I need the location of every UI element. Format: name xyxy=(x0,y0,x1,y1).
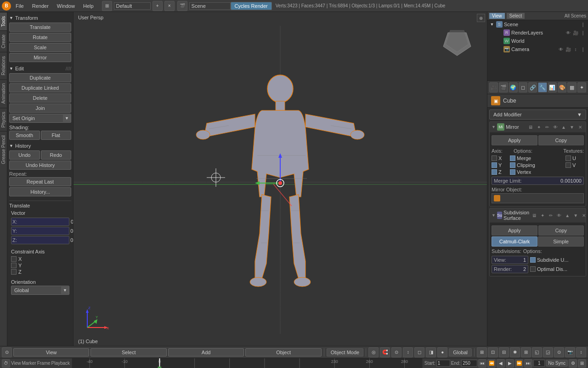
subdiv-down-icon[interactable]: ▼ xyxy=(572,212,579,219)
undo-history-btn[interactable]: Undo History xyxy=(9,161,71,170)
constraint-y-checkbox[interactable] xyxy=(11,263,17,268)
subdiv-apply-btn[interactable]: Apply xyxy=(492,225,537,236)
timeline-settings-btn[interactable]: ⚙ xyxy=(569,359,577,368)
subdiv-visible-icon[interactable]: 👁 xyxy=(555,212,563,219)
proportional-icon[interactable]: ⊙ xyxy=(391,347,401,357)
prop-world-icon[interactable]: 🌍 xyxy=(509,82,518,92)
duplicate-btn[interactable]: Duplicate xyxy=(9,73,71,82)
end-input[interactable] xyxy=(461,360,477,367)
prop-modifier-icon[interactable]: 🔧 xyxy=(538,82,547,92)
menu-file[interactable]: File xyxy=(12,2,28,10)
rotate-btn[interactable]: Rotate xyxy=(9,33,71,42)
vi2[interactable]: ⊡ xyxy=(488,347,498,357)
workspace-input[interactable] xyxy=(114,2,151,10)
axis-z-checkbox[interactable] xyxy=(492,169,497,175)
subdiv-render-icon[interactable]: 🖥 xyxy=(531,212,538,219)
constraint-z-checkbox[interactable] xyxy=(11,269,17,275)
prop-constraints-icon[interactable]: 🔗 xyxy=(528,82,537,92)
set-origin-dropdown[interactable]: ▼ xyxy=(63,115,71,122)
outliner-camera-item[interactable]: 📷 Camera 👁 🎥 ↕ | xyxy=(487,45,588,53)
render-engine-btn[interactable]: Cycles Render xyxy=(231,2,272,10)
mirror-header[interactable]: ▼ Mi Mirror 🖥 ✦ ✏ 👁 ▲ ▼ ✕ xyxy=(490,122,586,132)
catmull-clark-tab[interactable]: Catmull-Clark xyxy=(492,236,537,247)
mirror-visible-icon[interactable]: 👁 xyxy=(552,123,559,131)
history-btn[interactable]: History... xyxy=(9,187,71,196)
scene-restrict-icon[interactable]: | xyxy=(580,21,586,28)
rl-visible-icon[interactable]: 👁 xyxy=(565,29,571,36)
mirror-up-icon[interactable]: ▲ xyxy=(560,123,567,131)
cam-visible-icon[interactable]: 👁 xyxy=(558,46,564,52)
blender-logo[interactable]: B xyxy=(2,1,11,11)
vi1[interactable]: ⊞ xyxy=(477,347,487,357)
timeline-marker-btn[interactable]: Marker xyxy=(22,361,36,366)
translate-btn[interactable]: Translate xyxy=(9,23,71,32)
viewport[interactable]: User Persp ⊕ xyxy=(74,12,487,346)
redo-btn[interactable]: Redo xyxy=(41,150,72,160)
undo-btn[interactable]: Undo xyxy=(9,150,40,160)
viewport-shading-2[interactable]: ◨ xyxy=(426,347,436,357)
snap-icon[interactable]: 🧲 xyxy=(380,347,390,357)
mirror-copy-btn[interactable]: Copy xyxy=(538,135,584,145)
last-frame-btn[interactable]: ⏭ xyxy=(524,359,532,368)
vi7[interactable]: ◲ xyxy=(543,347,553,357)
play-btn[interactable]: ▶ xyxy=(506,359,514,368)
current-frame-input[interactable] xyxy=(533,360,545,367)
view-menu-btn[interactable]: View xyxy=(13,348,89,356)
menu-window[interactable]: Window xyxy=(53,2,79,10)
tex-v-checkbox[interactable] xyxy=(565,162,571,168)
menu-render[interactable]: Render xyxy=(28,2,52,10)
rl-restrict-icon[interactable]: | xyxy=(580,29,586,36)
vertex-checkbox[interactable] xyxy=(510,169,515,175)
edit-section-header[interactable]: ▼ Edit //// xyxy=(9,64,71,73)
vector-x-input[interactable] xyxy=(18,218,73,225)
viewport-shading-1[interactable]: ◻ xyxy=(414,347,424,357)
axis-x-checkbox[interactable] xyxy=(492,155,497,161)
timeline-icon[interactable]: ⏱ xyxy=(2,359,10,368)
prop-data-icon[interactable]: 📊 xyxy=(548,82,557,92)
subdiv-copy-btn[interactable]: Copy xyxy=(538,225,584,236)
smooth-btn[interactable]: Smooth xyxy=(9,131,40,140)
outliner-select-btn[interactable]: Select xyxy=(507,13,525,19)
timeline-extra-btn[interactable]: ⊞ xyxy=(578,359,586,368)
tab-physics[interactable]: Physics xyxy=(0,108,7,131)
orientation-dropdown-btn[interactable]: Global ▼ xyxy=(11,286,69,295)
menu-help[interactable]: Help xyxy=(79,2,97,10)
prop-particles-icon[interactable]: ✦ xyxy=(577,82,586,92)
merge-checkbox[interactable] xyxy=(510,155,515,161)
subdiv-cage-icon[interactable]: ✦ xyxy=(539,212,546,219)
simple-tab[interactable]: Simple xyxy=(538,236,584,247)
scale-btn[interactable]: Scale xyxy=(9,43,71,52)
select-menu-btn[interactable]: Select xyxy=(90,348,166,356)
vi6[interactable]: ◱ xyxy=(532,347,542,357)
axis-y-checkbox[interactable] xyxy=(492,162,497,168)
tex-u-checkbox[interactable] xyxy=(565,155,571,161)
scene-expand[interactable]: ▼ xyxy=(489,22,495,27)
outliner-world-item[interactable]: W World xyxy=(487,37,588,45)
prop-object-icon[interactable]: ◻ xyxy=(519,82,527,92)
cam-restrict1-icon[interactable]: ↕ xyxy=(572,46,579,52)
merge-limit-input[interactable] xyxy=(549,178,582,184)
tab-create[interactable]: Create xyxy=(0,30,7,52)
workspace-close-btn[interactable]: × xyxy=(164,1,175,11)
pivot-selector[interactable]: Global xyxy=(449,348,472,356)
mirror-render-icon[interactable]: 🖥 xyxy=(527,123,534,131)
first-frame-btn[interactable]: ⏮ xyxy=(478,359,486,368)
vi5[interactable]: ⊞ xyxy=(521,347,531,357)
tab-grease-pencil[interactable]: Grease Pencil xyxy=(0,131,7,168)
mirror-btn[interactable]: Mirror xyxy=(9,53,71,62)
timeline-playback-btn[interactable]: Playback xyxy=(51,361,70,366)
outliner-view-btn[interactable]: View xyxy=(489,13,505,19)
play-back-btn[interactable]: ◀ xyxy=(497,359,505,368)
mode-selector[interactable]: Object Mode xyxy=(327,348,363,356)
scene-input[interactable] xyxy=(189,2,231,10)
viewport-corner-btn[interactable]: ⊕ xyxy=(477,14,485,22)
transform-manipulator[interactable]: ↕ xyxy=(403,347,413,357)
subdivide-u-checkbox[interactable] xyxy=(530,257,536,263)
scene-icon[interactable]: 🎬 xyxy=(177,1,187,11)
constraint-x-checkbox[interactable] xyxy=(11,256,17,262)
object-menu-btn[interactable]: Object xyxy=(245,348,321,356)
subdiv-expand[interactable]: ▼ xyxy=(492,213,496,218)
outliner-renderlayers-item[interactable]: R RenderLayers 👁 🎥 | xyxy=(487,29,588,37)
workspace-icon[interactable]: ⊞ xyxy=(102,1,112,11)
mirror-apply-btn[interactable]: Apply xyxy=(492,135,537,145)
